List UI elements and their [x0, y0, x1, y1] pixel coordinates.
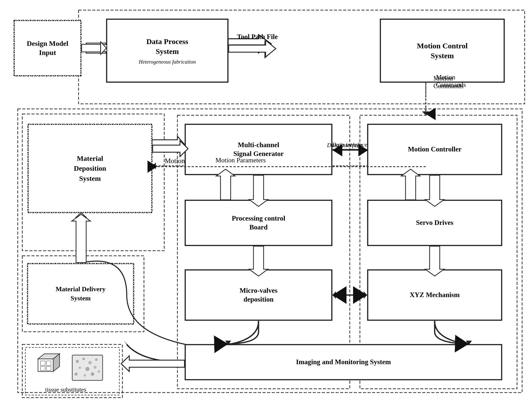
tissue-icons — [25, 347, 119, 385]
motion-control-label: Motion Control System — [417, 41, 468, 61]
data-process-box: Data Process System Heterogeneous fabric… — [106, 19, 228, 82]
data-process-subtitle: Heterogeneous fabrication — [139, 59, 196, 65]
svg-rect-100 — [229, 45, 265, 52]
tool-path-file-label: Tool Path File — [237, 33, 278, 41]
svg-marker-49 — [221, 174, 230, 179]
design-model-box: Design Model Input — [14, 20, 81, 76]
svg-point-80 — [88, 361, 92, 364]
svg-marker-67 — [76, 213, 86, 217]
svg-point-86 — [84, 374, 86, 377]
svg-marker-42 — [152, 163, 156, 169]
xyz-mechanism-box: XYZ Mechanism — [368, 270, 502, 320]
xyz-mechanism-label: XYZ Mechanism — [410, 290, 460, 299]
svg-point-87 — [91, 372, 94, 376]
motion-parameters-text: Motion Parameters — [215, 157, 266, 164]
material-deposition-box: Material Deposition System — [28, 124, 152, 213]
svg-rect-98 — [82, 44, 101, 52]
svg-point-84 — [94, 366, 97, 369]
svg-marker-55 — [407, 174, 415, 179]
servo-drives-label: Servo Drives — [416, 218, 453, 227]
svg-point-82 — [79, 366, 81, 369]
svg-point-83 — [85, 367, 89, 371]
micro-valves-box: Micro-valves deposition — [185, 270, 332, 320]
svg-marker-59 — [333, 291, 336, 299]
data-process-label: Data Process System — [146, 36, 188, 56]
diagram-container: Design Model Input Data Process System H… — [0, 0, 532, 408]
processing-board-box: Processing control Board — [185, 200, 332, 246]
svg-marker-60 — [364, 291, 367, 299]
svg-point-88 — [98, 370, 100, 373]
design-model-label: Design Model Input — [27, 39, 68, 57]
material-deposition-label: Material Deposition System — [74, 153, 106, 183]
svg-marker-114 — [72, 214, 90, 263]
motion-control-box: Motion Control System — [380, 19, 504, 82]
motion-controller-box: Motion Controller — [368, 124, 502, 175]
svg-marker-35 — [86, 43, 106, 53]
svg-marker-102 — [229, 40, 276, 57]
svg-marker-65 — [124, 358, 128, 366]
svg-point-81 — [95, 358, 98, 361]
svg-marker-45 — [152, 136, 185, 152]
svg-marker-40 — [422, 111, 430, 115]
svg-point-78 — [76, 360, 79, 363]
processing-board-label: Processing control Board — [232, 214, 285, 232]
svg-point-79 — [82, 358, 85, 360]
svg-point-85 — [75, 373, 78, 376]
svg-marker-63 — [124, 341, 129, 346]
material-delivery-box: Material Delivery System — [27, 263, 134, 324]
svg-marker-113 — [121, 356, 185, 372]
svg-marker-37 — [82, 45, 107, 52]
multichannel-box: Multi-channel Signal Generator — [185, 124, 332, 175]
data-interface-text: Data interface — [332, 141, 367, 148]
imaging-box: Imaging and Monitoring System — [185, 344, 502, 380]
micro-valves-label: Micro-valves deposition — [240, 286, 277, 304]
svg-marker-105 — [153, 141, 188, 157]
tissue-label: tissue substitutes — [45, 386, 86, 393]
imaging-label: Imaging and Monitoring System — [296, 358, 391, 366]
svg-marker-101 — [229, 41, 274, 58]
material-delivery-label: Material Delivery System — [56, 285, 105, 303]
svg-marker-99 — [101, 42, 106, 54]
servo-drives-box: Servo Drives — [368, 200, 502, 246]
motion-controller-label: Motion Controller — [408, 145, 462, 154]
motion-commands-text: MotionCommands — [433, 75, 463, 90]
multichannel-label: Multi-channel Signal Generator — [233, 141, 284, 158]
